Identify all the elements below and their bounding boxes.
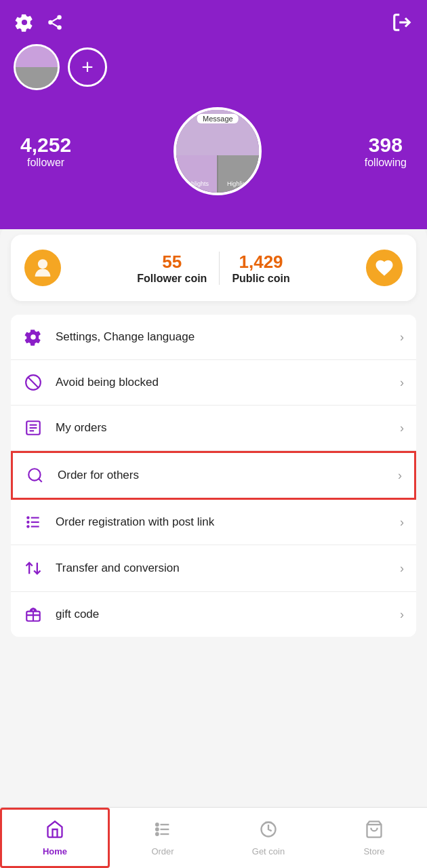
following-stat: 398 following [365, 134, 407, 169]
highlights-right-label: Highlights [227, 180, 254, 187]
svg-point-22 [156, 823, 159, 826]
public-coin-block: 1,429 Public coin [220, 252, 302, 285]
heart-coin-icon [366, 250, 403, 286]
top-bar-left [15, 13, 64, 37]
svg-point-2 [57, 25, 62, 30]
order-post-link-label: Order registration with post link [56, 515, 214, 529]
transfer-icon [23, 559, 43, 578]
store-nav-label: Store [363, 846, 384, 856]
svg-line-14 [39, 479, 42, 482]
follower-count: 4,252 [20, 134, 71, 157]
menu-item-settings[interactable]: Settings, Change language › [11, 315, 416, 360]
public-coin-value: 1,429 [232, 252, 289, 273]
public-coin-label: Public coin [232, 273, 289, 285]
top-bar [0, 0, 427, 44]
follower-label: follower [20, 157, 71, 169]
menu-item-gift-left: gift code [23, 606, 99, 623]
profile-avatar-inner: Message Highlights Highlights [176, 110, 259, 193]
svg-point-17 [26, 525, 29, 528]
follower-coin-label: Follower coin [137, 273, 207, 285]
logout-icon-btn[interactable] [392, 12, 412, 37]
order-nav-icon [153, 820, 172, 844]
menu-item-my-orders[interactable]: My orders › [11, 406, 416, 451]
svg-line-3 [52, 24, 57, 26]
follower-coin-value: 55 [137, 252, 207, 273]
get-coin-nav-label: Get coin [252, 846, 285, 856]
menu-item-order-others-left: Order for others [25, 467, 139, 484]
menu-item-avoid-blocked[interactable]: Avoid being blocked › [11, 360, 416, 406]
profile-center[interactable]: Message Highlights Highlights [174, 107, 262, 195]
menu-item-avoid-left: Avoid being blocked [23, 374, 159, 391]
svg-point-6 [38, 259, 47, 269]
message-label: Message [197, 114, 239, 123]
menu-item-order-others[interactable]: Order for others › [11, 451, 416, 500]
follower-coin-icon [24, 250, 61, 286]
content-area: 55 Follower coin 1,429 Public coin [0, 222, 427, 833]
transfer-arrow: › [400, 561, 404, 576]
menu-item-transfer[interactable]: Transfer and conversion › [11, 545, 416, 592]
svg-point-23 [156, 828, 159, 831]
stories-row: + [0, 44, 427, 100]
settings-menu-label: Settings, Change language [56, 330, 195, 344]
nav-item-home[interactable]: Home [0, 808, 110, 868]
menu-list: Settings, Change language › Avoid being … [11, 315, 416, 637]
gift-code-arrow: › [400, 608, 404, 622]
home-nav-icon [45, 820, 64, 844]
svg-point-15 [26, 516, 29, 519]
svg-point-24 [156, 833, 159, 835]
following-count: 398 [365, 134, 407, 157]
menu-item-orders-left: My orders [23, 419, 107, 437]
my-orders-label: My orders [56, 421, 107, 435]
svg-point-0 [57, 15, 62, 20]
menu-item-order-post-link[interactable]: Order registration with post link › [11, 500, 416, 545]
profile-stats: 4,252 follower Message Highlights Highli [0, 100, 427, 209]
gift-code-icon [23, 606, 43, 623]
following-label: following [365, 157, 407, 169]
coin-card: 55 Follower coin 1,429 Public coin [11, 235, 416, 301]
add-story-button[interactable]: + [68, 47, 107, 87]
svg-point-13 [28, 469, 40, 480]
follower-stat: 4,252 follower [20, 134, 71, 169]
follower-coin-block: 55 Follower coin [125, 252, 220, 285]
menu-item-transfer-left: Transfer and conversion [23, 559, 180, 578]
order-post-link-arrow: › [400, 515, 404, 530]
gift-code-label: gift code [56, 608, 99, 621]
menu-item-settings-left: Settings, Change language [23, 328, 195, 346]
nav-item-order[interactable]: Order [110, 808, 216, 868]
menu-item-gift-code[interactable]: gift code › [11, 592, 416, 637]
share-icon-btn[interactable] [46, 14, 64, 36]
my-orders-icon [23, 419, 43, 437]
my-orders-arrow: › [400, 421, 404, 435]
settings-arrow-icon: › [400, 330, 404, 344]
order-others-arrow: › [398, 469, 402, 483]
svg-point-16 [26, 521, 29, 524]
highlights-left-label: Highlights [182, 180, 209, 187]
avoid-blocked-arrow: › [400, 376, 404, 390]
order-nav-label: Order [151, 846, 174, 856]
svg-line-4 [52, 18, 57, 21]
nav-item-get-coin[interactable]: Get coin [216, 808, 321, 868]
get-coin-nav-icon [259, 820, 278, 844]
story-bubble-1[interactable] [14, 44, 60, 90]
order-post-link-icon [23, 513, 43, 531]
transfer-label: Transfer and conversion [56, 561, 180, 575]
nav-item-store[interactable]: Store [321, 808, 427, 868]
header-section: + 4,252 follower Message Highli [0, 0, 427, 229]
avoid-blocked-label: Avoid being blocked [56, 376, 159, 389]
settings-icon-btn[interactable] [15, 13, 34, 37]
bottom-nav: Home Order Get coin Sto [0, 807, 427, 868]
settings-menu-icon [23, 328, 43, 346]
svg-line-8 [28, 377, 38, 387]
svg-point-1 [48, 20, 53, 25]
avoid-blocked-icon [23, 374, 43, 391]
menu-item-post-link-left: Order registration with post link [23, 513, 214, 531]
order-others-label: Order for others [58, 469, 139, 482]
order-others-icon [25, 467, 45, 484]
store-nav-icon [365, 820, 384, 844]
profile-avatar[interactable]: Message Highlights Highlights [174, 107, 262, 195]
coin-info: 55 Follower coin 1,429 Public coin [61, 252, 366, 285]
home-nav-label: Home [43, 846, 67, 856]
